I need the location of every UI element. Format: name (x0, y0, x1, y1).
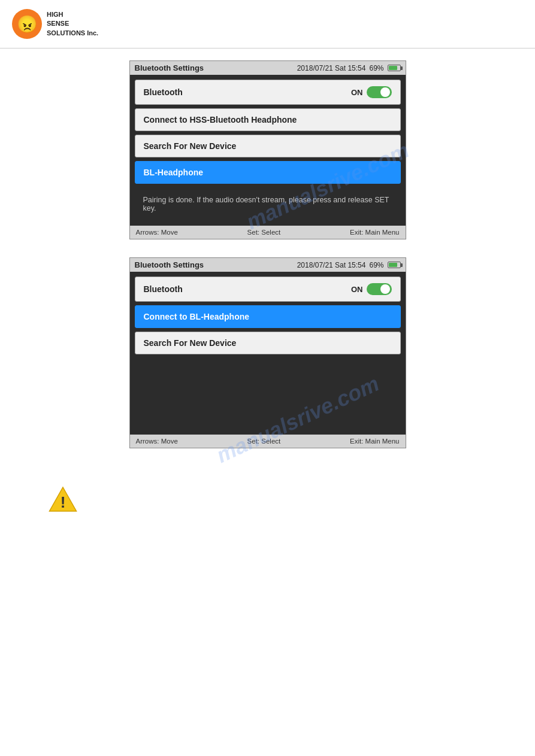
screen2-battery-icon (388, 262, 401, 268)
screen1-connect-item[interactable]: Connect to HSS-Bluetooth Headphone (135, 108, 401, 131)
screen2-connect-row: Connect to BL-Headphone (135, 305, 401, 328)
screen1-search-label: Search For New Device (144, 141, 237, 151)
screen2-toggle-container: ON (351, 283, 392, 295)
screen1-footer-arrows: Arrows: Move (136, 229, 178, 236)
screen2: Bluetooth Settings 2018/07/21 Sat 15:54 … (129, 257, 406, 448)
screen1-search-item[interactable]: Search For New Device (135, 135, 401, 157)
screen1-toggle-knob (380, 87, 390, 97)
svg-text:!: ! (61, 493, 66, 511)
screen2-connect-label: Connect to BL-Headphone (144, 312, 250, 321)
screen1-footer-set: Set: Select (247, 229, 281, 236)
screen1-connect-row: Connect to HSS-Bluetooth Headphone (135, 108, 401, 131)
screen1-device-item[interactable]: BL-Headphone (135, 161, 401, 184)
screen1-connect-label: Connect to HSS-Bluetooth Headphone (144, 115, 297, 125)
page-header: 😠 HIGH SENSE SOLUTIONS Inc. (0, 0, 535, 48)
battery-icon (388, 65, 401, 71)
screen1-body: Bluetooth ON Connect to HSS-Bluetooth He… (130, 75, 406, 226)
screen2-footer-exit: Exit: Main Menu (350, 438, 399, 445)
screen2-toggle-label: ON (351, 285, 363, 294)
main-content: manualsrive.com manualsrive.com Bluetoot… (0, 48, 535, 478)
screen1-title: Bluetooth Settings (135, 63, 204, 72)
screen1-search-row: Search For New Device (135, 135, 401, 157)
screen2-toggle-switch[interactable] (367, 283, 392, 295)
screen2-bluetooth-label: Bluetooth (144, 284, 183, 294)
screen2-title: Bluetooth Settings (135, 260, 204, 269)
screen1: Bluetooth Settings 2018/07/21 Sat 15:54 … (129, 60, 406, 239)
screen1-toggle-container: ON (351, 86, 392, 98)
screen1-bluetooth-item[interactable]: Bluetooth ON (135, 80, 401, 105)
screen2-footer: Arrows: Move Set: Select Exit: Main Menu (130, 435, 406, 448)
screen2-datetime: 2018/07/21 Sat 15:54 (297, 261, 366, 269)
logo-text: HIGH SENSE SOLUTIONS Inc. (47, 10, 98, 38)
screen2-bluetooth-row: Bluetooth ON (135, 277, 401, 302)
screen2-header-right: 2018/07/21 Sat 15:54 69% (297, 261, 401, 269)
screen2-search-item[interactable]: Search For New Device (135, 332, 401, 354)
screen2-search-label: Search For New Device (144, 338, 237, 348)
screen1-datetime: 2018/07/21 Sat 15:54 (297, 64, 366, 72)
screen1-footer: Arrows: Move Set: Select Exit: Main Menu (130, 226, 406, 239)
screen1-battery-percent: 69% (369, 64, 383, 72)
screen2-footer-set: Set: Select (247, 438, 281, 445)
screen2-battery-percent: 69% (369, 261, 383, 269)
screen1-toggle-switch[interactable] (367, 86, 392, 98)
screen1-footer-exit: Exit: Main Menu (350, 229, 399, 236)
screen2-empty-area (135, 358, 401, 430)
screen2-toggle-knob (380, 284, 390, 294)
screen2-body: Bluetooth ON Connect to BL-Headphone (130, 272, 406, 435)
screen2-connect-item[interactable]: Connect to BL-Headphone (135, 305, 401, 328)
screen1-header: Bluetooth Settings 2018/07/21 Sat 15:54 … (130, 61, 406, 75)
screen1-bluetooth-label: Bluetooth (144, 87, 183, 97)
screen1-bluetooth-row: Bluetooth ON (135, 80, 401, 105)
screen1-device-label: BL-Headphone (144, 168, 204, 177)
screen1-device-row: BL-Headphone (135, 161, 401, 184)
warning-icon: ! (48, 484, 78, 514)
screen2-footer-arrows: Arrows: Move (136, 438, 178, 445)
screen2-bluetooth-item[interactable]: Bluetooth ON (135, 277, 401, 302)
logo-icon: 😠 (12, 9, 42, 39)
screen1-toggle-label: ON (351, 88, 363, 97)
screen2-header: Bluetooth Settings 2018/07/21 Sat 15:54 … (130, 258, 406, 272)
screen1-message: Pairing is done. If the audio doesn't st… (135, 187, 401, 221)
screen1-header-right: 2018/07/21 Sat 15:54 69% (297, 64, 401, 72)
warning-section: ! (0, 478, 535, 520)
screen2-search-row: Search For New Device (135, 332, 401, 354)
